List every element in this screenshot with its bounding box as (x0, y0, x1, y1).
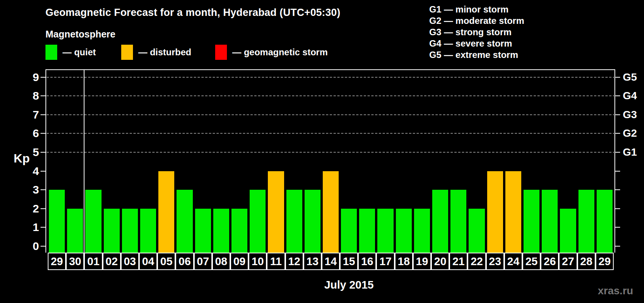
g-scale-label-G5: G5 (623, 71, 644, 84)
day-label-25: 25 (522, 253, 541, 270)
legend-item-disturbed: — disturbed (121, 44, 191, 61)
legend-item-label: — disturbed (138, 47, 191, 58)
day-label-05: 05 (157, 253, 175, 270)
y-tick-label-7: 7 (21, 108, 39, 121)
day-label-30-prev: 30 (66, 253, 84, 270)
legend-item-quiet: — quiet (45, 44, 96, 61)
day-label-01: 01 (84, 253, 102, 270)
left-axis-tick-7 (41, 114, 45, 115)
day-label-16: 16 (358, 253, 376, 270)
day-label-23: 23 (486, 253, 504, 270)
day-label-10: 10 (249, 253, 267, 270)
left-axis-tick-6 (41, 133, 45, 134)
day-label-24: 24 (504, 253, 522, 270)
bar-day-04 (140, 209, 156, 253)
bar-day-16 (359, 209, 375, 253)
g-scale-label-G2: G2 (623, 127, 644, 140)
bar-day-29 (597, 190, 613, 253)
bar-day-24 (505, 171, 521, 253)
bar-day-25 (524, 190, 539, 253)
y-tick-label-9: 9 (21, 71, 39, 84)
right-axis-tick-6 (615, 133, 620, 134)
bar-day-13 (305, 190, 320, 253)
bar-day-08 (213, 209, 229, 253)
bar-day-17 (377, 209, 393, 253)
day-label-26: 26 (541, 253, 559, 270)
left-axis-tick-2 (41, 208, 45, 209)
legend-item-label: — quiet (63, 47, 96, 58)
y-tick-label-5: 5 (21, 146, 39, 159)
watermark: xras.ru (598, 285, 633, 297)
bar-day-22 (469, 209, 485, 253)
right-axis-tick-0 (615, 246, 620, 247)
day-label-22: 22 (467, 253, 486, 270)
bar-day-06 (177, 190, 192, 253)
day-label-20: 20 (431, 253, 449, 270)
bar-day-15 (341, 209, 357, 253)
right-axis-tick-1 (615, 227, 620, 228)
bar-day-11 (268, 171, 284, 253)
day-label-28: 28 (577, 253, 596, 270)
bar-day-12 (286, 190, 302, 253)
grid-line-kp7 (47, 114, 615, 115)
y-tick-label-4: 4 (21, 165, 39, 178)
month-label: July 2015 (84, 279, 614, 291)
day-label-18: 18 (395, 253, 413, 270)
left-axis-tick-9 (41, 77, 45, 78)
bar-day-23 (487, 171, 503, 253)
day-label-21: 21 (449, 253, 467, 270)
bar-day-30 (67, 209, 83, 253)
magnetosphere-legend-heading: Magnetosphere (45, 29, 116, 40)
y-tick-label-0: 0 (21, 240, 39, 253)
day-label-02: 02 (103, 253, 121, 270)
day-label-07: 07 (194, 253, 212, 270)
bar-day-29 (49, 190, 65, 253)
bar-day-03 (122, 209, 138, 253)
bar-day-18 (396, 209, 412, 253)
day-label-11: 11 (267, 253, 285, 270)
legend-item-label: — geomagnetic storm (232, 47, 328, 58)
g-scale-label-G1: G1 (623, 146, 644, 159)
right-axis-tick-8 (615, 95, 620, 96)
grid-line-kp5 (47, 152, 615, 153)
magnetosphere-legend: — quiet— disturbed— geomagnetic storm (45, 44, 409, 61)
day-label-12: 12 (285, 253, 303, 270)
storm-scale-legend-item-1: G1 — minor storm (429, 4, 524, 15)
storm-scale-legend-item-2: G2 — moderate storm (429, 15, 524, 27)
day-label-29-prev: 29 (48, 253, 66, 270)
y-tick-label-8: 8 (21, 89, 39, 102)
left-axis-tick-4 (41, 171, 45, 172)
left-axis-tick-3 (41, 189, 45, 190)
day-label-06: 06 (175, 253, 194, 270)
day-label-17: 17 (376, 253, 394, 270)
bar-day-14 (323, 171, 339, 253)
month-separator-line (84, 69, 84, 253)
bar-day-02 (104, 209, 120, 253)
grid-line-kp8 (47, 95, 615, 96)
y-tick-label-6: 6 (21, 127, 39, 140)
right-axis-tick-4 (615, 171, 620, 172)
bar-day-27 (560, 209, 576, 253)
quiet-color-swatch (45, 45, 57, 60)
g-scale-label-G4: G4 (623, 89, 644, 102)
day-label-27: 27 (559, 253, 577, 270)
storm-scale-legend-item-4: G4 — severe storm (429, 38, 524, 49)
day-label-13: 13 (303, 253, 322, 270)
right-axis-tick-3 (615, 189, 620, 190)
storm-color-swatch (215, 45, 227, 60)
bar-day-09 (231, 209, 247, 253)
y-tick-label-1: 1 (21, 221, 39, 234)
day-label-29: 29 (596, 253, 614, 270)
disturbed-color-swatch (121, 45, 133, 60)
bar-day-19 (414, 209, 430, 253)
right-axis-tick-5 (615, 152, 620, 153)
g-scale-label-G3: G3 (623, 108, 644, 121)
right-axis-tick-7 (615, 114, 620, 115)
grid-line-kp6 (47, 133, 615, 134)
y-tick-label-3: 3 (21, 183, 39, 196)
geomagnetic-forecast-chart: Geomagnetic Forecast for a month, Hydera… (0, 0, 644, 303)
right-axis-tick-9 (615, 77, 620, 78)
bar-day-07 (195, 209, 211, 253)
left-axis-tick-5 (41, 152, 45, 153)
left-axis-tick-0 (41, 246, 45, 247)
